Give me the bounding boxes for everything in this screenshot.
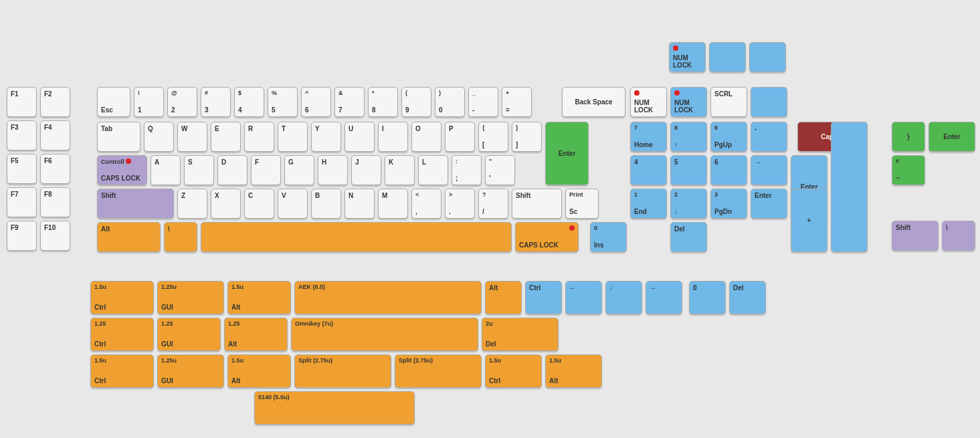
key-n[interactable]: N (345, 189, 375, 219)
key-d[interactable]: D (217, 155, 248, 185)
key-split-left[interactable]: Split (2.75u) (294, 354, 391, 388)
key-h[interactable]: H (318, 155, 348, 185)
key-capslock[interactable]: Controll CAPS LOCK (97, 155, 147, 185)
key-comma[interactable]: <, (411, 189, 442, 219)
key-num-plus[interactable]: + (791, 189, 827, 252)
key-num7-home[interactable]: 7Home (630, 122, 667, 152)
key-num-arrow[interactable]: → (751, 155, 787, 185)
key-6[interactable]: ^6 (301, 87, 331, 117)
key-num0-alt[interactable]: 0 (689, 281, 726, 314)
key-backspace[interactable]: Back Space (562, 87, 625, 117)
key-k[interactable]: K (385, 155, 415, 185)
key-backslash[interactable]: \ (164, 222, 197, 252)
key-num-del[interactable]: Del (670, 222, 707, 252)
key-numlock-top-indicator[interactable]: NUMLOCK (669, 42, 706, 72)
key-t[interactable]: T (278, 122, 308, 152)
key-f7[interactable]: F7 (7, 187, 37, 217)
key-num-minus[interactable]: - (751, 122, 787, 152)
key-num9-pgup[interactable]: 9PgUp (710, 122, 747, 152)
key-0[interactable]: )0 (435, 87, 465, 117)
key-alt-right-3[interactable]: 1.5uAlt (545, 354, 602, 388)
key-hash-green[interactable]: #~ (892, 155, 925, 185)
key-f1[interactable]: F1 (7, 87, 37, 117)
key-shift-right-far[interactable]: Shift (892, 221, 939, 251)
key-a[interactable]: A (151, 155, 181, 185)
key-l[interactable]: L (418, 155, 448, 185)
key-alt-right-1[interactable]: Alt (485, 281, 522, 314)
key-num8-up[interactable]: 8↑ (670, 122, 707, 152)
key-b[interactable]: B (311, 189, 341, 219)
key-esc[interactable]: Esc (97, 87, 130, 117)
key-g[interactable]: G (284, 155, 314, 185)
key-f9[interactable]: F9 (7, 221, 37, 251)
key-space[interactable] (201, 222, 512, 252)
key-del-alt[interactable]: Del (729, 281, 766, 314)
key-alt-gui-3-1-25u[interactable]: 1.25uGUI (157, 354, 224, 388)
key-f8[interactable]: F8 (40, 187, 70, 217)
key-f3[interactable]: F3 (7, 120, 37, 150)
key-tab[interactable]: Tab (97, 122, 140, 152)
key-alt-ctrl-3-1-5u[interactable]: 1.5uCtrl (90, 354, 154, 388)
key-scrl-blue[interactable] (751, 87, 787, 117)
key-f[interactable]: F (251, 155, 281, 185)
key-alt-ctrl-2-1-25u[interactable]: 1.25Ctrl (90, 318, 154, 351)
key-5140-space[interactable]: 5140 (5.5u) (254, 391, 415, 425)
key-quote[interactable]: "' (485, 155, 515, 185)
key-q[interactable]: Q (144, 122, 174, 152)
key-num1-end[interactable]: 1End (630, 189, 667, 219)
key-rbracket[interactable]: }] (512, 122, 542, 152)
key-y[interactable]: Y (311, 122, 341, 152)
key-m[interactable]: M (378, 189, 408, 219)
key-9[interactable]: (9 (401, 87, 431, 117)
key-arrow-down-1[interactable]: ↓ (605, 281, 642, 314)
key-numlock-main[interactable]: NUMLOCK (630, 87, 667, 117)
key-numlock-blue[interactable]: NUMLOCK (670, 87, 707, 117)
key-num0-ins[interactable]: 0Ins (590, 222, 627, 252)
key-scrl[interactable]: SCRL (710, 87, 747, 117)
key-period[interactable]: >. (445, 189, 475, 219)
key-alt-gui-2-1-25u[interactable]: 1.25GUI (157, 318, 221, 351)
key-f10[interactable]: F10 (40, 221, 70, 251)
key-split-right[interactable]: Split (2.75u) (395, 354, 482, 388)
key-1[interactable]: !1 (134, 87, 164, 117)
key-blank-top-1[interactable] (709, 42, 746, 72)
key-minus[interactable]: _- (468, 87, 498, 117)
key-enter-green-right[interactable]: Enter (928, 122, 975, 152)
key-ctrl-right-3[interactable]: 1.5uCtrl (485, 354, 542, 388)
key-ctrl-blue-1[interactable]: Ctrl (525, 281, 562, 314)
key-num6[interactable]: 6 (710, 155, 747, 185)
key-f2[interactable]: F2 (40, 87, 70, 117)
key-numpad-col-right-1[interactable] (831, 122, 868, 252)
key-num3-pgdn[interactable]: 3PgDn (710, 189, 747, 219)
key-x[interactable]: X (211, 189, 241, 219)
key-shift-right[interactable]: Shift (512, 189, 562, 219)
key-printsc[interactable]: PrintSc (565, 189, 599, 219)
key-5[interactable]: %5 (268, 87, 298, 117)
key-s[interactable]: S (184, 155, 214, 185)
key-2u-del[interactable]: 2uDel (482, 318, 559, 351)
key-4[interactable]: $4 (234, 87, 264, 117)
key-z[interactable]: Z (177, 189, 207, 219)
key-r[interactable]: R (244, 122, 274, 152)
key-arrow-left-1[interactable]: ← (565, 281, 602, 314)
key-backslash-right[interactable]: \ (942, 221, 975, 251)
key-f6[interactable]: F6 (40, 154, 70, 184)
key-equal[interactable]: += (502, 87, 532, 117)
key-lbracket[interactable]: {[ (478, 122, 508, 152)
key-alt-alt-3-1-5u[interactable]: 1.5uAlt (227, 354, 291, 388)
key-capslock-orange[interactable]: CAPS LOCK (515, 222, 579, 252)
key-num5[interactable]: 5 (670, 155, 707, 185)
key-i[interactable]: I (378, 122, 408, 152)
key-e[interactable]: E (211, 122, 241, 152)
key-shift-left[interactable]: Shift (97, 189, 174, 219)
key-num4[interactable]: 4 (630, 155, 667, 185)
key-alt-alt-1-5u[interactable]: 1.5uAlt (227, 281, 291, 314)
key-blank-top-2[interactable] (749, 42, 786, 72)
key-rbracket-green-top[interactable]: } (892, 122, 925, 152)
key-p[interactable]: P (445, 122, 475, 152)
key-aek-space[interactable]: AEK (6.5) (294, 281, 482, 314)
key-8[interactable]: *8 (368, 87, 398, 117)
key-3[interactable]: #3 (201, 87, 231, 117)
key-arrow-right-1[interactable]: → (646, 281, 682, 314)
key-enter-green-main[interactable]: Enter (545, 122, 589, 185)
